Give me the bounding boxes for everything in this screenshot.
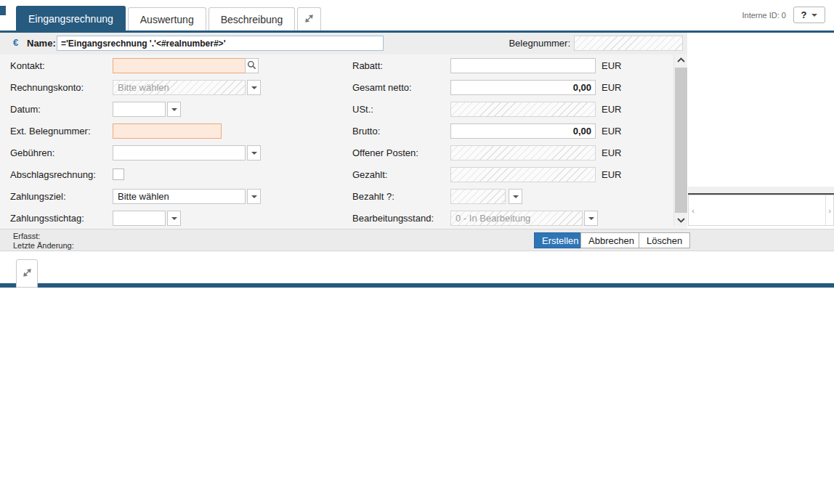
tab-eingangsrechnung[interactable]: Eingangsrechnung — [16, 6, 126, 31]
gesamt-netto-input[interactable] — [450, 80, 596, 95]
zahlungsstichtag-label: Zahlungsstichtag: — [10, 211, 84, 226]
chevron-down-icon — [811, 14, 817, 17]
expand-icon — [304, 14, 314, 25]
kontakt-search-button[interactable] — [245, 58, 259, 73]
chevron-down-icon — [251, 152, 257, 155]
bezahlt-label: Bezahlt ?: — [352, 189, 394, 204]
datum-dropdown-button[interactable] — [167, 102, 181, 117]
gesamt-netto-label: Gesamt netto: — [352, 80, 412, 95]
brutto-unit: EUR — [602, 123, 621, 139]
help-dropdown-button[interactable]: ? — [793, 7, 825, 23]
rechnungskonto-label: Rechnungskonto: — [10, 80, 84, 95]
scroll-right-button[interactable]: › — [825, 195, 833, 225]
horizontal-scrollbar[interactable]: ‹ › — [688, 195, 834, 226]
brutto-input[interactable] — [450, 123, 596, 139]
erstellen-button[interactable]: Erstellen — [534, 232, 587, 248]
search-icon — [247, 60, 256, 73]
ust-unit: EUR — [602, 102, 621, 117]
letzte-aenderung-label: Letzte Änderung: — [13, 241, 74, 250]
abschlagsrechnung-checkbox[interactable] — [113, 168, 124, 180]
background-toolbar-strip — [688, 187, 834, 193]
background-content-area: ‹ › — [687, 33, 834, 229]
brutto-label: Brutto: — [352, 123, 380, 139]
gebuehren-label: Gebühren: — [10, 145, 54, 160]
lower-expand-tab[interactable] — [16, 259, 38, 288]
datum-input[interactable] — [113, 102, 166, 117]
chevron-down-icon — [171, 217, 177, 220]
lower-section — [0, 251, 834, 288]
scrollbar-thumb[interactable] — [675, 68, 687, 213]
rabatt-input[interactable] — [450, 58, 596, 73]
datum-label: Datum: — [10, 102, 41, 117]
tab-strip-notch — [0, 6, 6, 15]
chevron-down-icon — [171, 108, 177, 111]
chevron-down-icon — [588, 217, 594, 220]
rabatt-label: Rabatt: — [352, 58, 383, 73]
zahlungsstichtag-input[interactable] — [113, 211, 166, 226]
erfasst-label: Erfasst: — [13, 232, 40, 240]
tab-expand[interactable] — [297, 7, 321, 31]
form-footer-bar: Erfasst: Letzte Änderung: Erstellen Abbr… — [0, 229, 834, 251]
name-input[interactable] — [57, 36, 384, 51]
abbrechen-button[interactable]: Abbrechen — [580, 232, 642, 248]
bearbeitungsstand-combo-disabled: 0 - In Bearbeitung — [450, 211, 583, 226]
euro-currency-icon: € — [13, 37, 18, 48]
gezahlt-unit: EUR — [602, 167, 621, 182]
bezahlt-dropdown-button[interactable] — [509, 189, 522, 204]
gebuehren-combo[interactable] — [113, 145, 246, 160]
kontakt-label: Kontakt: — [10, 58, 45, 73]
interne-id-label: Interne ID: 0 — [742, 11, 786, 20]
ext-belegnummer-input[interactable] — [113, 123, 222, 139]
ust-field-disabled — [450, 102, 596, 117]
offener-posten-label: Offener Posten: — [352, 145, 418, 160]
gebuehren-dropdown-button[interactable] — [247, 145, 261, 160]
chevron-down-icon — [251, 195, 257, 198]
scroll-down-button[interactable] — [674, 214, 688, 226]
zahlungsziel-combo[interactable]: Bitte wählen — [113, 189, 246, 204]
kontakt-input[interactable] — [113, 58, 246, 73]
chevron-down-icon — [251, 86, 257, 89]
gezahlt-field-disabled — [450, 167, 596, 182]
tab-beschreibung[interactable]: Beschreibung — [208, 7, 296, 31]
scroll-up-button[interactable] — [674, 54, 688, 66]
lower-accent-bar — [0, 283, 834, 288]
offener-posten-field-disabled — [450, 145, 596, 160]
bearbeitungsstand-label: Bearbeitungsstand: — [352, 211, 434, 226]
expand-icon — [23, 267, 32, 280]
rechnungskonto-combo-disabled: Bitte wählen — [113, 80, 246, 95]
tab-strip: Eingangsrechnung Auswertung Beschreibung — [16, 6, 323, 31]
tab-auswertung[interactable]: Auswertung — [128, 7, 206, 31]
invoice-form-panel: € Name: Belegnummer: Kontakt: Rechnungsk… — [0, 33, 687, 229]
top-tab-bar: Eingangsrechnung Auswertung Beschreibung… — [0, 0, 834, 33]
rabatt-unit: EUR — [602, 58, 621, 73]
tabbar-right-controls: Interne ID: 0 ? — [742, 7, 825, 23]
name-label: Name: — [27, 38, 56, 49]
offener-posten-unit: EUR — [602, 145, 621, 160]
form-header-row: € Name: Belegnummer: — [0, 33, 687, 54]
form-vertical-scrollbar[interactable] — [673, 54, 687, 226]
ext-belegnummer-label: Ext. Belegnummer: — [10, 123, 91, 139]
bearbeitungsstand-dropdown-button[interactable] — [584, 211, 598, 226]
rechnungskonto-dropdown-button[interactable] — [247, 80, 261, 95]
help-label: ? — [801, 9, 807, 20]
belegnummer-label: Belegnummer: — [465, 38, 570, 49]
loeschen-button[interactable]: Löschen — [639, 232, 690, 248]
horizontal-scroll-track[interactable] — [697, 195, 825, 225]
ust-label: USt.: — [352, 102, 373, 117]
gezahlt-label: Gezahlt: — [352, 167, 387, 182]
gesamt-netto-unit: EUR — [602, 80, 621, 95]
abschlagsrechnung-label: Abschlagsrechnung: — [10, 167, 96, 182]
zahlungsziel-dropdown-button[interactable] — [247, 189, 261, 204]
belegnummer-field-disabled — [574, 36, 683, 51]
zahlungsstichtag-dropdown-button[interactable] — [167, 211, 181, 226]
chevron-down-icon — [513, 195, 519, 198]
bezahlt-combo-disabled — [450, 189, 506, 204]
zahlungsziel-label: Zahlungsziel: — [10, 189, 66, 204]
scroll-left-button[interactable]: ‹ — [689, 195, 697, 225]
